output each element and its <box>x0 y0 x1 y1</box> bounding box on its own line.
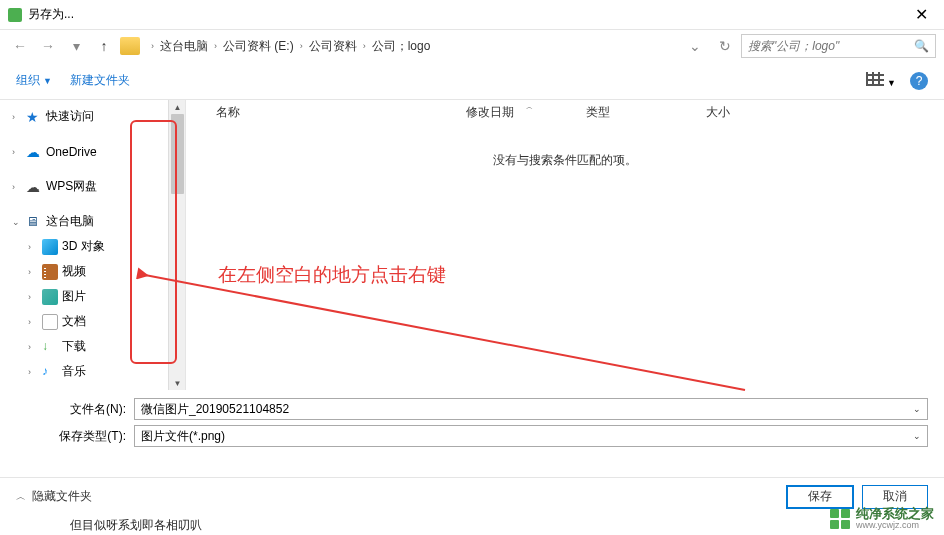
download-icon: ↓ <box>42 339 58 355</box>
folder-icon <box>120 37 140 55</box>
filetype-select[interactable] <box>141 429 921 443</box>
crumb[interactable]: 这台电脑 <box>160 38 208 55</box>
window-title: 另存为... <box>28 6 907 23</box>
tree-label: 下载 <box>62 338 86 355</box>
sidebar-scrollbar[interactable]: ▲ ▼ <box>168 100 185 390</box>
watermark: 纯净系统之家 www.ycwjz.com <box>830 507 934 531</box>
music-icon: ♪ <box>42 364 58 380</box>
tree-label: 这台电脑 <box>46 213 94 230</box>
forward-button[interactable]: → <box>36 34 60 58</box>
tree-label: 3D 对象 <box>62 238 105 255</box>
column-type[interactable]: 类型 <box>576 100 696 124</box>
chevron-right-icon[interactable]: › <box>28 292 38 302</box>
chevron-right-icon[interactable]: › <box>28 317 38 327</box>
crumb[interactable]: 公司资料 <box>309 38 357 55</box>
filename-label: 文件名(N): <box>16 401 126 418</box>
save-button[interactable]: 保存 <box>786 485 854 509</box>
organize-menu[interactable]: 组织▼ <box>16 72 52 89</box>
cancel-button[interactable]: 取消 <box>862 485 928 509</box>
sidebar-item-documents[interactable]: › 文档 <box>0 309 185 334</box>
view-mode-button[interactable]: ▼ <box>866 72 896 89</box>
chevron-right-icon[interactable]: › <box>28 367 38 377</box>
help-button[interactable]: ? <box>910 72 928 90</box>
column-date[interactable]: 修改日期 <box>456 100 576 124</box>
new-folder-button[interactable]: 新建文件夹 <box>70 72 130 89</box>
column-size[interactable]: 大小 <box>696 100 796 124</box>
app-icon <box>8 8 22 22</box>
chevron-right-icon[interactable]: › <box>12 182 22 192</box>
chevron-right-icon[interactable]: › <box>12 147 22 157</box>
back-button[interactable]: ← <box>8 34 32 58</box>
sidebar-item-wps[interactable]: › ☁ WPS网盘 <box>0 174 185 199</box>
tree-label: WPS网盘 <box>46 178 97 195</box>
file-list-area[interactable]: ︿ 名称 修改日期 类型 大小 没有与搜索条件匹配的项。 <box>185 100 944 390</box>
chevron-right-icon[interactable]: › <box>28 342 38 352</box>
crumb[interactable]: 公司；logo <box>372 38 431 55</box>
column-headers: 名称 修改日期 类型 大小 <box>186 100 944 124</box>
cloud-icon: ☁ <box>26 144 42 160</box>
refresh-button[interactable]: ↻ <box>713 34 737 58</box>
chevron-right-icon[interactable]: › <box>28 267 38 277</box>
search-input[interactable] <box>748 39 914 53</box>
history-dropdown[interactable]: ▾ <box>64 34 88 58</box>
close-button[interactable]: ✕ <box>907 5 936 24</box>
sidebar-item-thispc[interactable]: ⌄ 🖥 这台电脑 <box>0 209 185 234</box>
tree-label: 视频 <box>62 263 86 280</box>
breadcrumb[interactable]: › 这台电脑 › 公司资料 (E:) › 公司资料 › 公司；logo <box>144 34 675 58</box>
sidebar-item-video[interactable]: › 视频 <box>0 259 185 284</box>
pc-icon: 🖥 <box>26 214 42 230</box>
sidebar: › ★ 快速访问 › ☁ OneDrive › ☁ WPS网盘 ⌄ 🖥 这台电脑… <box>0 100 185 390</box>
sidebar-item-pictures[interactable]: › 图片 <box>0 284 185 309</box>
tree-label: 快速访问 <box>46 108 94 125</box>
tree-label: 图片 <box>62 288 86 305</box>
star-icon: ★ <box>26 109 42 125</box>
3d-icon <box>42 239 58 255</box>
column-name[interactable]: 名称 <box>186 100 456 124</box>
sidebar-item-quickaccess[interactable]: › ★ 快速访问 <box>0 104 185 129</box>
path-dropdown[interactable]: ⌄ <box>683 34 707 58</box>
tree-label: OneDrive <box>46 145 97 159</box>
hide-folders-toggle[interactable]: ︿ 隐藏文件夹 <box>16 488 92 505</box>
up-button[interactable]: ↑ <box>92 34 116 58</box>
crumb[interactable]: 公司资料 (E:) <box>223 38 294 55</box>
dropdown-icon[interactable]: ⌄ <box>913 404 921 414</box>
chevron-right-icon[interactable]: › <box>12 112 22 122</box>
sidebar-item-onedrive[interactable]: › ☁ OneDrive <box>0 139 185 164</box>
sidebar-item-3d[interactable]: › 3D 对象 <box>0 234 185 259</box>
video-icon <box>42 264 58 280</box>
sidebar-item-downloads[interactable]: › ↓ 下载 <box>0 334 185 359</box>
hide-folders-label: 隐藏文件夹 <box>32 488 92 505</box>
document-icon <box>42 314 58 330</box>
watermark-url: www.ycwjz.com <box>856 521 934 531</box>
sidebar-item-music[interactable]: › ♪ 音乐 <box>0 359 185 384</box>
watermark-title: 纯净系统之家 <box>856 507 934 521</box>
tree-label: 音乐 <box>62 363 86 380</box>
search-icon[interactable]: 🔍 <box>914 39 929 53</box>
picture-icon <box>42 289 58 305</box>
filetype-label: 保存类型(T): <box>16 428 126 445</box>
chevron-up-icon: ︿ <box>16 490 26 504</box>
scroll-down-icon[interactable]: ▼ <box>169 376 185 390</box>
cloud-icon: ☁ <box>26 179 42 195</box>
scroll-up-icon[interactable]: ▲ <box>169 100 185 114</box>
dropdown-icon[interactable]: ⌄ <box>913 431 921 441</box>
chevron-down-icon[interactable]: ⌄ <box>12 217 22 227</box>
empty-message: 没有与搜索条件匹配的项。 <box>186 124 944 169</box>
filename-input[interactable] <box>141 402 921 416</box>
tree-label: 文档 <box>62 313 86 330</box>
cropped-text: 但目似呀系划即各相叨叭 <box>70 517 202 534</box>
sort-indicator-icon: ︿ <box>526 102 533 112</box>
watermark-logo-icon <box>830 509 850 529</box>
chevron-right-icon[interactable]: › <box>28 242 38 252</box>
